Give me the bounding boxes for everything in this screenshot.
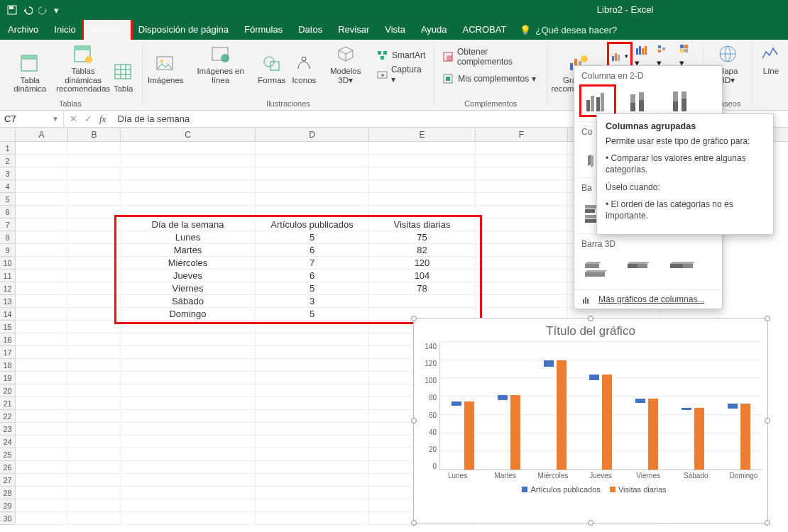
svg-rect-38: [658, 45, 661, 48]
svg-point-15: [221, 54, 229, 62]
menu-bar: Archivo Inicio Insertar Disposición de p…: [0, 20, 788, 40]
tab-help[interactable]: Ayuda: [413, 20, 455, 40]
svg-rect-37: [645, 46, 647, 55]
document-title: Libro2 - Excel: [597, 0, 653, 20]
stats-chart-dropdown[interactable]: ▾: [679, 44, 697, 68]
title-bar: ▾ Libro2 - Excel: [0, 0, 788, 20]
stacked-column-option[interactable]: [624, 87, 657, 115]
my-addins-button[interactable]: Mis complementos ▾: [439, 72, 542, 85]
save-icon[interactable]: [7, 5, 17, 15]
smartart-label: SmartArt: [392, 50, 425, 60]
icons-button[interactable]: Iconos: [290, 52, 318, 87]
tab-view[interactable]: Vista: [377, 20, 413, 40]
svg-rect-39: [658, 50, 661, 52]
tooltip-bullet-2: • El orden de las categorías no es impor…: [606, 199, 765, 221]
svg-rect-75: [585, 272, 605, 277]
tab-layout[interactable]: Disposición de página: [131, 20, 236, 40]
images-button[interactable]: Imágenes: [147, 52, 185, 87]
tooltip-line-2: Úselo cuando:: [606, 182, 765, 193]
cancel-icon[interactable]: ✕: [70, 113, 77, 124]
smartart-button[interactable]: SmartArt: [373, 49, 429, 62]
hierarchy-chart-dropdown[interactable]: ▾: [657, 44, 674, 68]
tab-file[interactable]: Archivo: [0, 20, 46, 40]
3d-100-stacked-bar-option[interactable]: [667, 255, 699, 283]
sparkline-button[interactable]: Líne: [757, 43, 785, 77]
svg-rect-19: [378, 51, 381, 55]
svg-point-13: [160, 60, 163, 62]
pivot-table-button[interactable]: Tabla dinámica: [3, 52, 58, 95]
svg-rect-41: [680, 45, 684, 48]
tooltip-title: Columnas agrupadas: [606, 121, 765, 131]
svg-rect-32: [615, 53, 617, 61]
clustered-column-option[interactable]: [581, 87, 614, 115]
svg-rect-43: [680, 49, 684, 52]
100-stacked-column-option[interactable]: [667, 87, 699, 115]
bar-chart-dropdown[interactable]: ▾: [635, 44, 652, 68]
qat-customize-icon[interactable]: ▾: [54, 5, 59, 16]
svg-rect-52: [596, 97, 600, 111]
redo-icon[interactable]: [38, 5, 48, 15]
tab-home[interactable]: Inicio: [46, 20, 83, 40]
chart-y-axis: 140120100806040200: [420, 343, 439, 470]
online-images-button[interactable]: Imágenes en línea: [187, 43, 253, 86]
undo-icon[interactable]: [23, 5, 33, 15]
svg-rect-3: [21, 55, 37, 60]
svg-rect-21: [381, 56, 384, 60]
chart-title[interactable]: Título del gráfico: [414, 318, 767, 343]
svg-rect-55: [630, 103, 635, 111]
svg-rect-5: [75, 46, 90, 50]
svg-rect-59: [673, 101, 678, 111]
my-addins-label: Mis complementos ▾: [458, 74, 535, 84]
chart-legend[interactable]: Artículos publicados Visitas diarias: [414, 482, 767, 499]
formula-tools: ✕ ✓ fx: [64, 113, 111, 125]
screenshot-button[interactable]: Captura ▾: [373, 63, 429, 86]
svg-rect-20: [383, 51, 387, 55]
tab-insert[interactable]: Insertar: [84, 20, 131, 40]
chart-type-tooltip: Columnas agrupadas Permite usar este tip…: [596, 113, 774, 235]
svg-rect-50: [586, 100, 590, 111]
enter-icon[interactable]: ✓: [84, 113, 92, 124]
svg-rect-51: [591, 96, 594, 111]
svg-rect-36: [642, 48, 644, 55]
3d-clustered-bar-option[interactable]: [581, 255, 614, 283]
group-label-addins: Complementos: [464, 98, 517, 110]
chart-object[interactable]: Título del gráfico 140120100806040200 Lu…: [413, 318, 768, 523]
group-label-illustrations: Ilustraciones: [266, 98, 310, 110]
tell-me-search[interactable]: 💡 ¿Qué desea hacer?: [514, 25, 623, 35]
tab-formulas[interactable]: Fórmulas: [236, 20, 290, 40]
chart-plot-area[interactable]: [439, 343, 762, 470]
get-addins-label: Obtener complementos: [457, 47, 538, 67]
svg-rect-40: [662, 48, 665, 50]
svg-rect-1: [9, 6, 13, 9]
name-box[interactable]: C7 ▼: [0, 111, 64, 127]
tab-acrobat[interactable]: ACROBAT: [455, 20, 515, 40]
svg-rect-53: [601, 93, 604, 111]
svg-rect-34: [636, 48, 638, 55]
tooltip-bullet-1: • Comparar los valores entre algunas cat…: [606, 153, 765, 175]
more-column-charts-button[interactable]: Más gráficos de columnas...: [574, 289, 722, 309]
tab-data[interactable]: Datos: [290, 20, 330, 40]
svg-rect-61: [682, 99, 686, 111]
svg-rect-79: [670, 264, 683, 268]
shapes-button[interactable]: Formas: [256, 52, 287, 87]
chevron-down-icon: ▼: [52, 115, 59, 123]
legend-series-1: Artículos publicados: [530, 485, 600, 494]
fx-icon[interactable]: fx: [99, 113, 106, 125]
tab-review[interactable]: Revisar: [330, 20, 377, 40]
recommended-pivot-button[interactable]: Tablas dinámicas recomendadas: [60, 43, 106, 95]
get-addins-button[interactable]: Obtener complementos: [439, 45, 542, 68]
3d-models-button[interactable]: Modelos 3D▾: [321, 43, 370, 86]
svg-rect-31: [612, 56, 614, 61]
svg-rect-25: [447, 55, 452, 61]
column-chart-dropdown[interactable]: ▾: [609, 44, 630, 68]
svg-rect-7: [115, 65, 131, 79]
gallery-section-2d: Columna en 2-D: [574, 70, 722, 84]
select-all-corner[interactable]: [0, 128, 15, 142]
legend-series-2: Visitas diarias: [618, 485, 667, 494]
cell-reference: C7: [4, 113, 16, 124]
svg-point-18: [302, 57, 306, 61]
bulb-icon: 💡: [520, 25, 531, 35]
table-button[interactable]: Tabla: [109, 60, 138, 95]
tooltip-line-1: Permite usar este tipo de gráfico para:: [606, 135, 765, 147]
3d-stacked-bar-option[interactable]: [624, 255, 657, 283]
